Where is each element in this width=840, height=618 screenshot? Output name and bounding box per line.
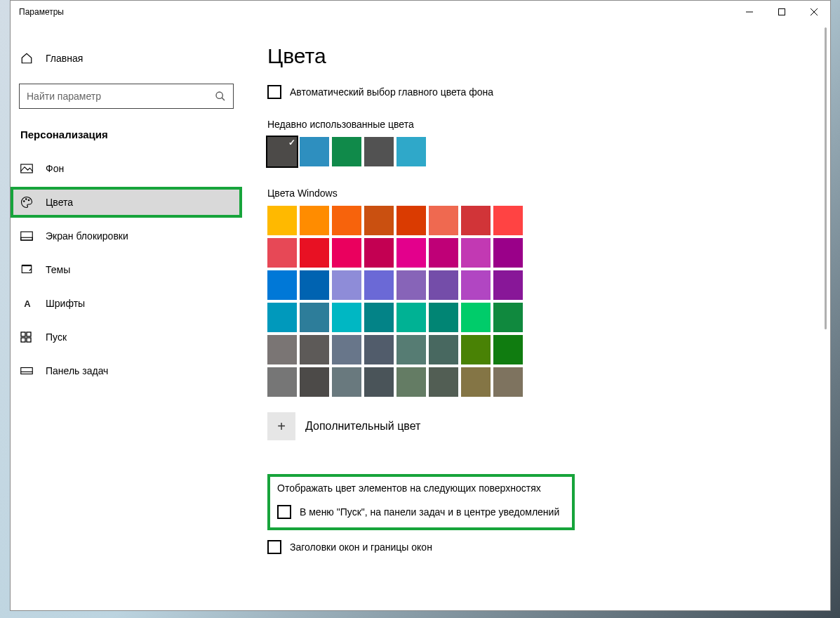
svg-point-7 (24, 201, 25, 202)
lockscreen-icon (20, 231, 34, 241)
palette-color-swatch[interactable] (332, 238, 361, 268)
palette-color-swatch[interactable] (267, 335, 297, 364)
surface-titlebars-label: Заголовки окон и границы окон (290, 541, 432, 553)
recent-color-swatch[interactable] (267, 137, 297, 166)
palette-color-swatch[interactable] (493, 238, 523, 268)
palette-color-swatch[interactable] (429, 367, 458, 397)
palette-color-swatch[interactable] (429, 335, 458, 364)
palette-color-swatch[interactable] (364, 238, 394, 268)
window-title: Параметры (19, 7, 64, 17)
palette-color-swatch[interactable] (396, 303, 426, 332)
palette-color-swatch[interactable] (267, 206, 297, 235)
sidebar-item-colors[interactable]: Цвета (11, 187, 242, 218)
surface-titlebars-checkbox[interactable]: Заголовки окон и границы окон (267, 540, 805, 554)
svg-rect-12 (22, 265, 32, 273)
palette-color-swatch[interactable] (493, 303, 523, 332)
sidebar-item-label: Пуск (46, 331, 67, 343)
palette-color-swatch[interactable] (461, 238, 491, 268)
surface-start-checkbox[interactable]: В меню "Пуск", на панели задач и в центр… (277, 505, 564, 519)
sidebar-item-lockscreen[interactable]: Экран блокировки (11, 221, 242, 251)
palette-color-swatch[interactable] (332, 303, 361, 332)
palette-color-swatch[interactable] (364, 335, 394, 364)
palette-color-swatch[interactable] (396, 270, 426, 300)
palette-color-swatch[interactable] (300, 238, 329, 268)
home-icon (20, 52, 34, 65)
palette-color-swatch[interactable] (332, 206, 361, 235)
palette-color-swatch[interactable] (267, 270, 297, 300)
home-nav[interactable]: Главная (11, 43, 242, 74)
svg-point-4 (216, 92, 222, 98)
palette-color-swatch[interactable] (300, 335, 329, 364)
svg-rect-11 (21, 237, 33, 240)
sidebar-item-label: Темы (46, 264, 70, 275)
palette-color-swatch[interactable] (429, 303, 458, 332)
palette-color-swatch[interactable] (300, 206, 329, 235)
palette-color-swatch[interactable] (461, 303, 491, 332)
palette-color-swatch[interactable] (267, 367, 297, 397)
svg-rect-16 (27, 338, 31, 342)
windows-colors-heading: Цвета Windows (267, 188, 805, 199)
palette-color-swatch[interactable] (396, 238, 426, 268)
svg-point-8 (26, 199, 27, 200)
palette-color-swatch[interactable] (461, 206, 491, 235)
palette-color-swatch[interactable] (461, 270, 491, 300)
sidebar-item-taskbar[interactable]: Панель задач (11, 355, 242, 386)
sidebar-item-start[interactable]: Пуск (11, 322, 242, 353)
palette-color-swatch[interactable] (364, 303, 394, 332)
palette-color-swatch[interactable] (396, 335, 426, 364)
palette-color-swatch[interactable] (461, 367, 491, 397)
sidebar-item-label: Цвета (46, 197, 73, 208)
svg-rect-13 (21, 332, 25, 336)
palette-color-swatch[interactable] (493, 367, 523, 397)
palette-color-swatch[interactable] (364, 206, 394, 235)
svg-rect-10 (21, 232, 33, 240)
sidebar-item-label: Экран блокировки (46, 230, 128, 242)
palette-color-swatch[interactable] (493, 206, 523, 235)
palette-color-swatch[interactable] (300, 367, 329, 397)
recent-colors-heading: Недавно использованные цвета (267, 119, 805, 130)
recent-color-swatch[interactable] (396, 137, 426, 166)
svg-rect-15 (21, 338, 25, 342)
palette-color-swatch[interactable] (267, 303, 297, 332)
palette-color-swatch[interactable] (429, 238, 458, 268)
search-placeholder: Найти параметр (27, 91, 101, 102)
recent-colors-row (267, 137, 805, 166)
search-input[interactable]: Найти параметр (19, 84, 234, 109)
recent-color-swatch[interactable] (332, 137, 361, 166)
close-button[interactable] (798, 1, 830, 23)
palette-color-swatch[interactable] (332, 335, 361, 364)
windows-colors-palette (267, 206, 805, 397)
palette-color-swatch[interactable] (332, 270, 361, 300)
palette-color-swatch[interactable] (364, 270, 394, 300)
palette-color-swatch[interactable] (429, 206, 458, 235)
palette-color-swatch[interactable] (461, 335, 491, 364)
palette-color-swatch[interactable] (429, 270, 458, 300)
minimize-button[interactable] (733, 1, 766, 23)
sidebar-item-themes[interactable]: Темы (11, 254, 242, 285)
palette-color-swatch[interactable] (267, 238, 297, 268)
scrollbar[interactable] (825, 27, 827, 329)
palette-color-swatch[interactable] (300, 270, 329, 300)
palette-color-swatch[interactable] (332, 367, 361, 397)
sidebar-item-background[interactable]: Фон (11, 153, 242, 184)
palette-color-swatch[interactable] (396, 367, 426, 397)
palette-color-swatch[interactable] (364, 367, 394, 397)
recent-color-swatch[interactable] (300, 137, 329, 166)
page-title: Цвета (267, 44, 805, 68)
start-icon (20, 331, 34, 343)
palette-color-swatch[interactable] (493, 335, 523, 364)
custom-color-label: Дополнительный цвет (305, 420, 420, 433)
auto-pick-checkbox[interactable]: Автоматический выбор главного цвета фона (267, 85, 805, 99)
svg-line-5 (222, 98, 225, 100)
auto-pick-label: Автоматический выбор главного цвета фона (290, 86, 493, 98)
sidebar-item-label: Фон (46, 163, 64, 174)
content-pane: Цвета Автоматический выбор главного цвет… (242, 23, 830, 610)
sidebar-item-fonts[interactable]: A Шрифты (11, 288, 242, 319)
palette-color-swatch[interactable] (493, 270, 523, 300)
recent-color-swatch[interactable] (364, 137, 394, 166)
palette-color-swatch[interactable] (396, 206, 426, 235)
palette-color-swatch[interactable] (300, 303, 329, 332)
custom-color-button[interactable]: + Дополнительный цвет (267, 412, 805, 440)
maximize-button[interactable] (766, 1, 798, 23)
sidebar: Главная Найти параметр Персонализация Фо… (11, 23, 242, 610)
